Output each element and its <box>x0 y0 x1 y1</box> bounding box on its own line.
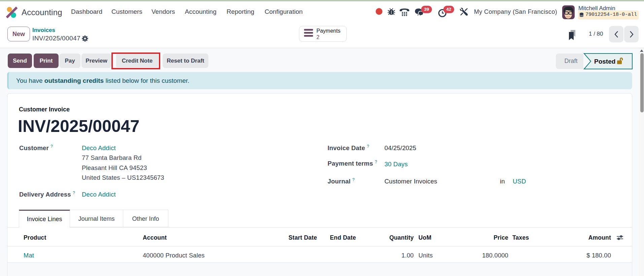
svg-text:Posted: Posted <box>594 58 615 65</box>
